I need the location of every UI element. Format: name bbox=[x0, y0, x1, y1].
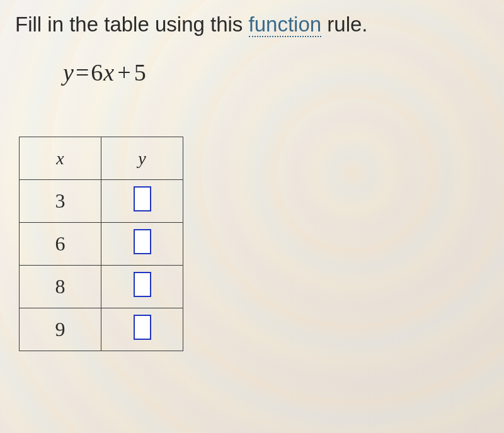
equation: y=6x+5 bbox=[63, 59, 491, 86]
eq-plus: + bbox=[117, 59, 131, 86]
answer-input[interactable] bbox=[134, 186, 151, 211]
table-row: 8 bbox=[20, 266, 183, 308]
header-y: y bbox=[101, 137, 183, 180]
cell-y bbox=[101, 266, 183, 308]
answer-input[interactable] bbox=[134, 272, 151, 297]
answer-input[interactable] bbox=[134, 229, 151, 254]
eq-lhs-var: y bbox=[63, 59, 74, 86]
eq-constant: 5 bbox=[134, 59, 147, 86]
function-table: x y 3 6 8 bbox=[19, 137, 183, 351]
cell-y bbox=[101, 308, 183, 351]
eq-coeff: 6 bbox=[91, 59, 103, 86]
table-header-row: x y bbox=[20, 137, 183, 180]
cell-x: 9 bbox=[20, 308, 101, 351]
instruction-suffix: rule. bbox=[321, 13, 367, 36]
table-row: 9 bbox=[20, 308, 183, 351]
instruction-text: Fill in the table using this function ru… bbox=[13, 13, 491, 37]
table-row: 6 bbox=[20, 223, 183, 266]
table-row: 3 bbox=[20, 180, 183, 223]
eq-rhs-var: x bbox=[103, 59, 115, 86]
cell-x: 3 bbox=[20, 180, 101, 223]
cell-y bbox=[101, 180, 183, 223]
header-x: x bbox=[20, 137, 101, 180]
cell-y bbox=[101, 223, 183, 266]
cell-x: 8 bbox=[20, 266, 101, 308]
instruction-prefix: Fill in the table using this bbox=[15, 13, 249, 36]
answer-input[interactable] bbox=[134, 315, 151, 340]
eq-equals: = bbox=[76, 59, 89, 86]
cell-x: 6 bbox=[20, 223, 101, 266]
function-link[interactable]: function bbox=[249, 13, 322, 37]
